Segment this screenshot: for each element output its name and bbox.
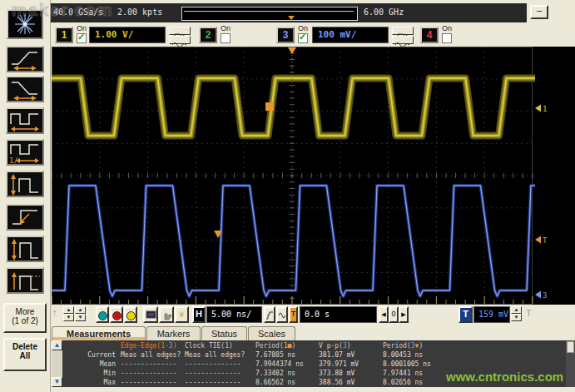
spin-down-button[interactable]: ▼ (75, 314, 86, 321)
table-row[interactable]: CurrentMeas all edges?Meas all edges?7.6… (62, 350, 462, 360)
channel-4-on-checkbox[interactable] (442, 33, 452, 43)
meas-frequency-button[interactable]: 1/ (6, 139, 44, 166)
channel-2-on-checkbox[interactable] (221, 33, 230, 43)
channel-2-button[interactable]: 2 (199, 27, 217, 43)
tab-measurements[interactable]: Measurements (52, 326, 146, 340)
meas-amplitude-button[interactable] (6, 236, 44, 262)
table-row[interactable]: Min----------------------------7.33402 n… (62, 369, 462, 378)
more-measurements-button[interactable]: More (1 of 2) (3, 303, 47, 333)
tab-status[interactable]: Status (201, 326, 247, 340)
far-trigger-indicator: T (526, 308, 532, 318)
spin-down-button[interactable]: ▼ (63, 314, 74, 321)
table-row[interactable]: Max----------------------------8.66562 n… (62, 378, 462, 387)
fall-time-icon (7, 77, 42, 101)
column-header: Edge-Edge(1-3) (121, 341, 185, 350)
channel-2-on-label: On (221, 24, 230, 32)
measurement-value: 8.0001005 ns (383, 360, 462, 369)
acquisition-preview-bar[interactable] (181, 7, 358, 21)
right-arrow-icon: ▶ (401, 311, 405, 317)
pos-width-icon (7, 172, 42, 196)
v-top-icon (7, 269, 42, 292)
spin-down-button[interactable]: ▼ (511, 314, 522, 321)
trigger-tag-button[interactable]: T (289, 306, 298, 323)
channel-1-button[interactable]: 1 (55, 27, 73, 43)
display-button[interactable] (143, 306, 158, 323)
meas-rise-time-button[interactable] (6, 46, 44, 72)
period-icon (7, 109, 42, 132)
scale-spinner: ▲ ▼ (75, 306, 86, 323)
logo-button[interactable] (7, 9, 43, 39)
minimize-button[interactable]: – (530, 5, 548, 19)
channel-4-button[interactable]: 4 (420, 27, 439, 43)
smooth-wave-button[interactable] (276, 306, 288, 323)
scroll-up-button[interactable]: ▲ (52, 340, 62, 350)
measurements-left-scrollbar[interactable]: ▲ ▼ (52, 340, 62, 387)
trigger-setup-button[interactable]: T (459, 306, 473, 323)
channel-3-coupling-bottom-button[interactable] (392, 36, 414, 44)
trigger-level-field[interactable]: 159 mV (473, 306, 510, 323)
touch-button[interactable] (159, 306, 174, 323)
channel-4-on-group: On (442, 24, 459, 43)
trigger-position-field[interactable]: 0.0 s (300, 306, 377, 323)
measurements-right-scrollbar[interactable] (566, 340, 575, 387)
channel-3-scale-field[interactable]: 100 mV/ (312, 27, 389, 43)
measurement-value: -------------- (121, 378, 185, 387)
nudge-right-button[interactable]: ▶ (399, 306, 409, 323)
sample-rate-readout: 40.0 GSa/s (53, 7, 103, 17)
marker-up-icon: ↑ (52, 307, 57, 317)
spin-up-button[interactable]: ▲ (511, 306, 522, 314)
trigger-level-spinner: ▲ ▼ (511, 306, 522, 323)
timebase-field[interactable]: 5.00 ns/ (206, 306, 262, 323)
scroll-down-button[interactable]: ▼ (52, 377, 62, 387)
row-label: Current (62, 350, 121, 360)
channel-3-button[interactable]: 3 (276, 27, 295, 43)
channel-3-coupling-top-button[interactable] (392, 27, 414, 35)
nudge-zero-button[interactable]: 0 (389, 306, 399, 323)
spin-up-button[interactable]: ▲ (75, 306, 86, 314)
measurement-value: 388.56 mV (319, 378, 383, 387)
meas-pos-width-button[interactable] (6, 171, 44, 197)
spin-up-button[interactable]: ▲ (63, 306, 74, 314)
teal-circle-icon (98, 311, 107, 320)
channel-1-coupling-bottom-button[interactable] (169, 36, 191, 44)
color-yellow-button[interactable] (124, 306, 137, 323)
brightness-button[interactable]: ☀ (175, 306, 189, 323)
scroll-thumb[interactable] (567, 341, 574, 353)
horizontal-setup-button[interactable]: H (192, 306, 206, 323)
frequency-icon: 1/ (7, 141, 42, 164)
scope-graticule: 1T3 (52, 47, 575, 305)
measurement-value: Meas all edges? (185, 350, 255, 360)
table-row[interactable]: Mean----------------------------7.994437… (62, 360, 462, 369)
color-red-button[interactable] (110, 306, 123, 323)
meas-period-button[interactable] (6, 107, 44, 134)
delete-all-button[interactable]: Delete All (3, 338, 47, 371)
column-header (62, 341, 121, 350)
tab-scales[interactable]: Scales (248, 326, 295, 340)
column-header: Period(3▼) (383, 341, 462, 350)
nudge-left-button[interactable]: ◀ (379, 306, 389, 323)
color-teal-button[interactable] (96, 306, 109, 323)
bandwidth-readout: 6.00 GHz (364, 7, 404, 17)
sampling-mode-button[interactable] (264, 306, 275, 323)
channel-3-on-checkbox[interactable] (298, 33, 308, 43)
channel-1-coupling-top-button[interactable] (169, 27, 191, 35)
row-label: Mean (62, 360, 121, 369)
meas-fall-time-button[interactable] (6, 76, 44, 102)
row-label: Max (62, 378, 121, 387)
left-arrow-icon: ◀ (381, 311, 385, 317)
channel-2-on-group: On (221, 24, 237, 43)
more-label-line1: More (5, 307, 45, 316)
channel-1-on-checkbox[interactable] (77, 33, 87, 43)
measurement-value: 381.07 mV (319, 350, 383, 360)
scope-display[interactable]: 1T3 (52, 47, 575, 305)
meas-delay-button[interactable] (6, 204, 44, 231)
measurement-value: 7.67885 ns (255, 350, 319, 360)
measurement-value: -------------- (121, 360, 185, 369)
measurements-table: Edge-Edge(1-3)Clock TIE(1)Period(1■)V p-… (62, 341, 462, 387)
meas-v-top-button[interactable] (6, 267, 44, 294)
table-header-row[interactable]: Edge-Edge(1-3)Clock TIE(1)Period(1■)V p-… (62, 341, 462, 350)
channel-1-scale-field[interactable]: 1.00 V/ (89, 27, 166, 43)
position-spinner: ▲ ▼ (63, 306, 74, 323)
tab-markers[interactable]: Markers (146, 326, 201, 340)
zero-label: 0 (391, 310, 395, 318)
